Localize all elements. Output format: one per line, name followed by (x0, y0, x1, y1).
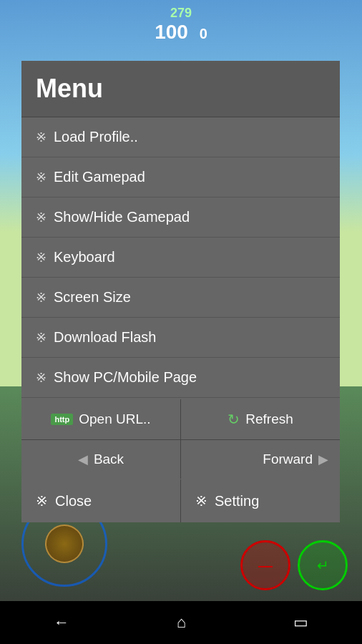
forward-button[interactable]: Forward ▶ (181, 440, 340, 479)
menu-item-edit-gamepad[interactable]: ※ Edit Gamepad (21, 157, 340, 197)
menu-title: Menu (36, 74, 103, 103)
menu-item-show-pc-mobile[interactable]: ※ Show PC/Mobile Page (21, 358, 340, 398)
nav-back-button[interactable]: ← (54, 613, 69, 632)
http-badge: http (51, 414, 73, 425)
forward-icon: ▶ (318, 452, 328, 467)
score-area: 279 100 0 (155, 6, 207, 44)
prefix-keyboard: ※ (36, 250, 47, 265)
menu-item-keyboard[interactable]: ※ Keyboard (21, 238, 340, 278)
red-button[interactable] (240, 540, 290, 590)
score-main: 100 0 (155, 21, 207, 44)
button-grid: http Open URL.. ↻ Refresh ◀ Back Forward… (21, 399, 340, 479)
right-buttons (240, 540, 348, 590)
prefix-screen-size: ※ (36, 290, 47, 306)
menu-item-screen-size[interactable]: ※ Screen Size (21, 278, 340, 318)
refresh-icon: ↻ (228, 411, 240, 428)
menu-overlay: Menu ※ Load Profile.. ※ Edit Gamepad ※ S… (21, 61, 340, 522)
nav-recents-button[interactable]: ▭ (293, 613, 308, 632)
prefix-show-pc: ※ (36, 370, 47, 386)
setting-prefix: ※ (195, 492, 207, 509)
prefix-show-hide: ※ (36, 210, 47, 225)
menu-header: Menu (21, 61, 340, 117)
back-icon: ◀ (78, 452, 88, 467)
menu-item-load-profile[interactable]: ※ Load Profile.. (21, 117, 340, 157)
refresh-button[interactable]: ↻ Refresh (181, 399, 340, 439)
bottom-row: ※ Close ※ Setting (21, 479, 340, 522)
score-top: 279 (155, 6, 207, 21)
open-url-button[interactable]: http Open URL.. (21, 399, 180, 439)
green-button[interactable] (298, 540, 348, 590)
menu-item-show-hide-gamepad[interactable]: ※ Show/Hide Gamepad (21, 197, 340, 238)
close-prefix: ※ (36, 492, 48, 509)
back-button[interactable]: ◀ Back (21, 440, 180, 479)
menu-body: ※ Load Profile.. ※ Edit Gamepad ※ Show/H… (21, 117, 340, 522)
nav-bar: ← ⌂ ▭ (0, 601, 362, 644)
prefix-edit-gamepad: ※ (36, 170, 47, 185)
setting-button[interactable]: ※ Setting (181, 479, 340, 522)
close-button[interactable]: ※ Close (21, 479, 180, 522)
menu-item-download-flash[interactable]: ※ Download Flash (21, 318, 340, 358)
prefix-download-flash: ※ (36, 330, 47, 346)
prefix-load-profile: ※ (36, 130, 47, 145)
nav-home-button[interactable]: ⌂ (177, 613, 186, 632)
